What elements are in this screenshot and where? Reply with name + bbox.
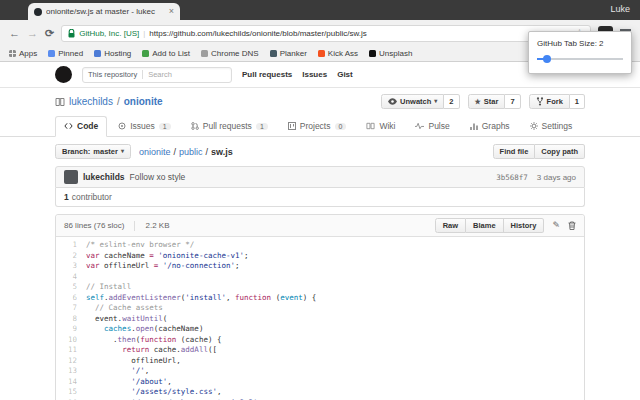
commit-message-link[interactable]: Follow xo style xyxy=(130,172,186,182)
file-nav-buttons: Find file Copy path xyxy=(493,144,585,159)
find-file-button[interactable]: Find file xyxy=(493,144,536,159)
bookmark-item-hosting[interactable]: Hosting xyxy=(94,49,131,58)
code-token xyxy=(86,303,95,312)
line-number[interactable]: 11 xyxy=(56,345,86,356)
address-bar[interactable]: GitHub, Inc. [US] | https://github.com/l… xyxy=(61,25,591,42)
bookmark-item-pinned[interactable]: Pinned xyxy=(48,49,83,58)
slider-thumb[interactable] xyxy=(543,55,551,63)
commit-author-avatar[interactable] xyxy=(64,170,78,184)
bookmark-label: Unsplash xyxy=(379,49,412,58)
tab-size-slider[interactable] xyxy=(537,55,623,63)
bookmark-item-planker[interactable]: Planker xyxy=(270,49,307,58)
breadcrumb-sw-js: sw.js xyxy=(211,147,233,157)
browser-profile-name[interactable]: Luke xyxy=(610,4,630,14)
header-nav-issues[interactable]: Issues xyxy=(302,70,327,79)
github-search-input[interactable]: This repository Search xyxy=(82,67,232,83)
line-number[interactable]: 2 xyxy=(56,251,86,262)
tab-label: Pulse xyxy=(428,121,449,131)
contributor-count: 1 xyxy=(64,192,69,202)
branch-select-button[interactable]: Branch: master ▾ xyxy=(55,144,131,159)
fork-button[interactable]: Fork xyxy=(529,94,570,109)
code-token: . xyxy=(86,335,118,344)
tab-label: Wiki xyxy=(379,121,395,131)
code-viewer: 1/* eslint-env browser */2var cacheName … xyxy=(56,237,584,400)
line-number[interactable]: 15 xyxy=(56,387,86,398)
line-number[interactable]: 8 xyxy=(56,314,86,325)
history-button[interactable]: History xyxy=(504,218,545,233)
commit-author-link[interactable]: lukechilds xyxy=(83,172,125,182)
bookmark-item-add-to-list[interactable]: Add to List xyxy=(142,49,190,58)
header-nav-gist[interactable]: Gist xyxy=(337,70,353,79)
file-lines-info: 86 lines (76 sloc) xyxy=(64,221,124,230)
forward-icon[interactable]: → xyxy=(27,28,38,39)
commit-sha-link[interactable]: 3b568f7 xyxy=(496,173,528,182)
code-token: cache. xyxy=(149,345,181,354)
tab-projects[interactable]: Projects0 xyxy=(279,116,356,137)
repo-owner-link[interactable]: lukechilds xyxy=(69,96,113,107)
tab-settings[interactable]: Settings xyxy=(521,116,582,137)
contributors-bar[interactable]: 1 contributor xyxy=(55,188,585,207)
caret-down-icon: ▾ xyxy=(434,98,437,105)
code-line: 8 event.waitUntil( xyxy=(56,314,584,325)
blame-button[interactable]: Blame xyxy=(466,218,504,233)
browser-tab[interactable]: onionite/sw.js at master - lukec × xyxy=(28,3,180,20)
edit-pencil-icon[interactable]: ✎ xyxy=(552,221,560,230)
tab-pulse[interactable]: Pulse xyxy=(406,116,458,137)
back-icon[interactable]: ← xyxy=(9,28,20,39)
tab-label: Projects xyxy=(300,121,331,131)
file-header: 86 lines (76 sloc) 2.2 KB RawBlameHistor… xyxy=(56,215,584,237)
file-box: 86 lines (76 sloc) 2.2 KB RawBlameHistor… xyxy=(55,214,585,400)
code-token: // Install xyxy=(86,282,131,291)
star-button[interactable]: ★Star xyxy=(468,94,506,109)
line-number[interactable]: 10 xyxy=(56,335,86,346)
github-logo-icon[interactable] xyxy=(55,66,72,83)
repo-name-link[interactable]: onionite xyxy=(124,96,163,107)
chrome-dns-favicon-icon xyxy=(201,50,208,57)
line-number[interactable]: 1 xyxy=(56,240,86,251)
star-count[interactable]: 7 xyxy=(505,94,520,109)
bookmark-item-apps[interactable]: Apps xyxy=(9,49,37,58)
tab-graphs[interactable]: Graphs xyxy=(461,116,519,137)
tab-wiki[interactable]: Wiki xyxy=(357,116,404,137)
github-favicon-icon xyxy=(34,8,42,16)
code-token xyxy=(86,345,122,354)
line-number[interactable]: 5 xyxy=(56,282,86,293)
raw-button[interactable]: Raw xyxy=(435,218,466,233)
line-number[interactable]: 7 xyxy=(56,303,86,314)
line-number[interactable]: 6 xyxy=(56,293,86,304)
extension-popup: GitHub Tab Size: 2 xyxy=(528,31,632,74)
tab-label: Pull requests xyxy=(203,121,252,131)
breadcrumb-onionite[interactable]: onionite xyxy=(139,147,171,157)
copy-path-button[interactable]: Copy path xyxy=(535,144,585,159)
delete-trash-icon[interactable] xyxy=(568,221,576,230)
line-number[interactable]: 9 xyxy=(56,324,86,335)
line-number[interactable]: 4 xyxy=(56,272,86,283)
refresh-icon[interactable]: ⟳ xyxy=(45,28,54,39)
code-token: '/' xyxy=(131,366,145,375)
code-line: 10 .then(function (cache) { xyxy=(56,335,584,346)
tab-count: 1 xyxy=(159,123,171,130)
line-number[interactable]: 13 xyxy=(56,366,86,377)
line-number[interactable]: 12 xyxy=(56,356,86,367)
repo-slash: / xyxy=(117,96,120,107)
code-content xyxy=(86,272,91,283)
header-nav-pull-requests[interactable]: Pull requests xyxy=(242,70,292,79)
url-security-label: GitHub, Inc. [US] xyxy=(79,29,139,38)
bookmark-label: Apps xyxy=(19,49,37,58)
bookmark-item-kick-ass[interactable]: Kick Ass xyxy=(318,49,358,58)
bookmark-item-chrome-dns[interactable]: Chrome DNS xyxy=(201,49,259,58)
unwatch-count[interactable]: 2 xyxy=(444,94,459,109)
tab-pull-requests[interactable]: Pull requests1 xyxy=(182,116,277,137)
fork-count[interactable]: 1 xyxy=(570,94,585,109)
bookmark-item-unsplash[interactable]: Unsplash xyxy=(369,49,412,58)
code-token: /* eslint-env browser */ xyxy=(86,240,194,249)
tab-close-icon[interactable]: × xyxy=(169,7,174,16)
code-token: then xyxy=(118,335,136,344)
breadcrumb-public[interactable]: public xyxy=(179,147,203,157)
line-number[interactable]: 14 xyxy=(56,377,86,388)
line-number[interactable]: 3 xyxy=(56,261,86,272)
unwatch-button[interactable]: Unwatch▾ xyxy=(381,94,444,109)
breadcrumb: onionite/public/sw.js xyxy=(139,147,233,157)
tab-code[interactable]: Code xyxy=(55,116,107,137)
tab-issues[interactable]: Issues1 xyxy=(109,116,179,137)
